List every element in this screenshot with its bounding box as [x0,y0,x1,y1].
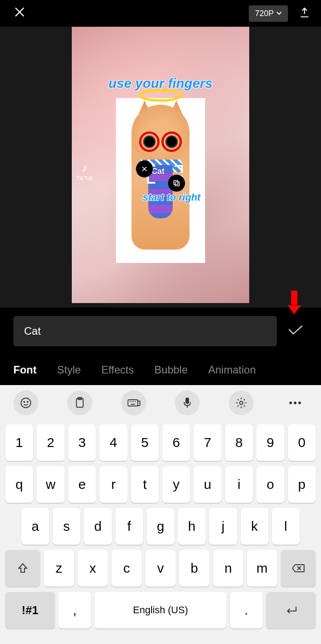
key-r[interactable]: r [99,466,127,503]
key-u[interactable]: u [193,466,221,503]
tab-style[interactable]: Style [57,364,81,376]
key-4[interactable]: 4 [99,424,127,461]
resolution-label: 720P [255,9,274,18]
key-enter[interactable] [266,592,316,628]
glasses-icon [139,131,182,152]
keyboard-row-bot: z x c v b n m [5,550,316,587]
svg-rect-19 [185,398,189,404]
emoji-button[interactable] [13,390,38,415]
key-2[interactable]: 2 [37,424,64,461]
key-8[interactable]: 8 [225,424,253,461]
cat-head [132,105,189,160]
keyboard-keys: 1 2 3 4 5 6 7 8 9 0 q w e r t y u i o p … [0,421,321,644]
key-s[interactable]: s [53,508,80,545]
svg-point-24 [298,402,301,404]
svg-point-22 [289,402,292,404]
text-overlay-content: Cat [152,167,165,176]
key-h[interactable]: h [178,508,206,545]
voice-input-button[interactable] [175,390,200,415]
keyboard-type-button[interactable] [121,390,146,415]
keyboard-row-mid: a s d f g h j k l [5,508,316,545]
clipboard-button[interactable] [67,390,92,415]
key-9[interactable]: 9 [256,424,284,461]
svg-point-21 [240,402,243,405]
tab-font[interactable]: Font [13,364,37,376]
svg-point-7 [21,398,31,408]
key-j[interactable]: j [209,508,237,545]
text-input[interactable] [13,316,277,346]
watermark-text: TikTok [76,175,93,181]
svg-point-9 [27,402,28,402]
svg-rect-12 [128,400,138,406]
key-symbols[interactable]: !#1 [5,592,55,628]
key-q[interactable]: q [5,466,33,503]
chevron-down-icon [276,12,282,15]
key-y[interactable]: y [162,466,190,503]
tab-bubble[interactable]: Bubble [154,364,188,376]
svg-rect-6 [291,291,297,305]
svg-point-23 [294,402,296,404]
key-6[interactable]: 6 [162,424,190,461]
text-input-row [0,314,321,348]
key-5[interactable]: 5 [131,424,159,461]
key-7[interactable]: 7 [193,424,221,461]
video-preview[interactable]: use your fingers start to right ♪ TikTok [72,27,249,303]
text-style-tabs: Font Style Effects Bubble Animation [0,357,321,383]
remove-text-button[interactable] [136,160,153,177]
preview-text-bottom: start to right [143,192,201,203]
key-0[interactable]: 0 [288,424,316,461]
key-c[interactable]: c [111,550,142,587]
keyboard-row-top: q w e r t y u i o p [5,466,316,503]
key-p[interactable]: p [288,466,316,503]
onscreen-keyboard: 1 2 3 4 5 6 7 8 9 0 q w e r t y u i o p … [0,385,321,644]
key-dot[interactable]: . [230,592,263,628]
halo-icon [138,89,183,102]
key-v[interactable]: v [145,550,176,587]
keyboard-row-space: !#1 , English (US) . [5,592,316,628]
key-t[interactable]: t [131,466,159,503]
keyboard-toolbar [0,385,321,421]
tab-animation[interactable]: Animation [208,364,256,376]
svg-rect-4 [174,180,178,185]
key-e[interactable]: e [68,466,96,503]
top-bar: 720P [0,0,321,27]
svg-rect-18 [138,401,140,406]
keyboard-row-numbers: 1 2 3 4 5 6 7 8 9 0 [5,424,316,461]
tiktok-watermark: ♪ TikTok [76,160,93,181]
copy-text-button[interactable] [168,175,185,192]
key-b[interactable]: b [179,550,210,587]
key-1[interactable]: 1 [5,424,33,461]
red-arrow-annotation [283,290,305,316]
key-n[interactable]: n [213,550,243,587]
key-comma[interactable]: , [58,592,91,628]
tiktok-logo-icon: ♪ [76,160,93,175]
key-l[interactable]: l [272,508,300,545]
key-a[interactable]: a [21,508,49,545]
key-w[interactable]: w [37,466,64,503]
svg-point-8 [24,402,25,402]
key-3[interactable]: 3 [68,424,96,461]
key-f[interactable]: f [115,508,143,545]
keyboard-more-button[interactable] [283,390,308,415]
text-overlay-editor[interactable]: Cat [140,160,181,187]
key-z[interactable]: z [44,550,74,587]
video-preview-area: use your fingers start to right ♪ TikTok [0,27,321,308]
export-button[interactable] [297,5,312,22]
key-k[interactable]: k [241,508,268,545]
resolution-selector[interactable]: 720P [249,5,288,22]
key-space[interactable]: English (US) [95,592,226,628]
key-i[interactable]: i [225,466,253,503]
key-backspace[interactable] [281,550,316,587]
key-o[interactable]: o [256,466,284,503]
key-x[interactable]: x [78,550,108,587]
keyboard-settings-button[interactable] [229,390,254,415]
svg-rect-5 [175,182,179,186]
tab-effects[interactable]: Effects [101,364,134,376]
key-g[interactable]: g [147,508,174,545]
key-d[interactable]: d [84,508,111,545]
preview-text-top: use your fingers [108,76,212,91]
confirm-text-button[interactable] [284,320,308,342]
close-button[interactable] [9,4,30,24]
key-shift[interactable] [5,550,40,587]
key-m[interactable]: m [247,550,277,587]
